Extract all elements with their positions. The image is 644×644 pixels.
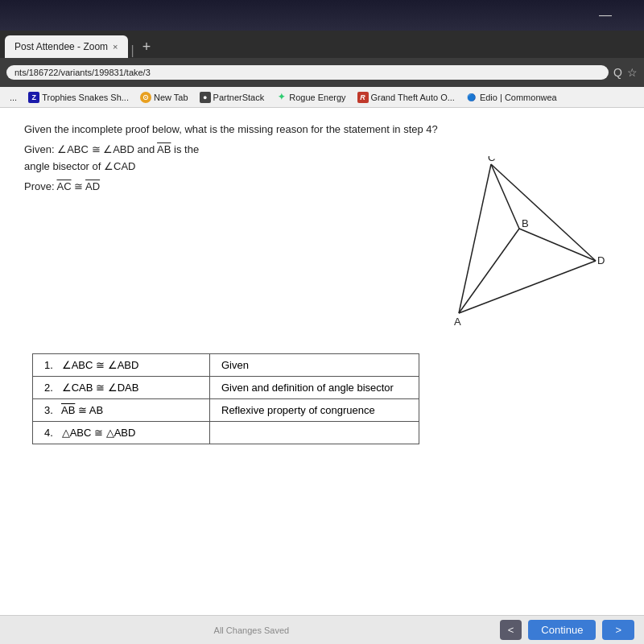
bookmark-ellipsis[interactable]: ... xyxy=(5,91,22,104)
label-A: A xyxy=(454,316,461,328)
bookmark-new-icon: ⊙ xyxy=(140,92,151,103)
svg-line-1 xyxy=(459,261,596,313)
proof-table: 1. ∠ABC ≅ ∠ABD Given 2. ∠CAB ≅ ∠DAB Give… xyxy=(32,353,419,444)
question-header: Given the incomplete proof below, what i… xyxy=(24,122,620,137)
table-row: 1. ∠ABC ≅ ∠ABD Given xyxy=(33,353,419,376)
bookmark-edio-icon: 🔵 xyxy=(466,92,477,103)
bookmark-edio[interactable]: 🔵 Edio | Commonwea xyxy=(461,90,562,105)
bookmarks-bar: ... Z Trophies Snakes Sh... ⊙ New Tab ● … xyxy=(0,87,644,108)
bookmark-re-label: Rogue Energy xyxy=(289,93,345,102)
step-4-reason xyxy=(210,421,419,444)
label-C: C xyxy=(488,156,495,163)
bookmark-gta-label: Grand Theft Auto O... xyxy=(371,93,455,102)
table-row: 3. AB ≅ AB Reflexive property of congrue… xyxy=(33,398,419,421)
bookmark-partnerstack[interactable]: ● PartnerStack xyxy=(195,90,270,105)
monitor-top-bar: — xyxy=(0,0,644,31)
bookmark-re-icon: ✦ xyxy=(275,92,287,103)
step-4-statement: 4. △ABC ≅ △ABD xyxy=(33,421,210,444)
bookmark-newtab-label: New Tab xyxy=(154,93,188,102)
svg-line-5 xyxy=(519,229,596,261)
bookmark-newtab[interactable]: ⊙ New Tab xyxy=(135,90,193,105)
triangle-diagram: C B D A xyxy=(386,156,612,333)
active-tab[interactable]: Post Attendee - Zoom × xyxy=(5,35,128,58)
bookmark-gta-icon: R xyxy=(357,92,369,103)
given-line2: angle bisector of ∠CAD xyxy=(24,160,135,172)
minimize-icon[interactable]: — xyxy=(599,8,612,23)
bookmark-rogue-energy[interactable]: ✦ Rogue Energy xyxy=(270,90,350,105)
tab-bar: Post Attendee - Zoom × | + xyxy=(0,31,644,58)
given-line1: Given: ∠ABC ≅ ∠ABD and AB is the xyxy=(24,143,199,155)
new-tab-btn[interactable]: + xyxy=(142,39,151,58)
tab-title: Post Attendee - Zoom xyxy=(14,41,108,52)
step-3-reason: Reflexive property of congruence xyxy=(210,398,419,421)
svg-line-4 xyxy=(491,164,519,229)
continue-button[interactable]: Continue xyxy=(528,620,596,640)
bookmark-ps-label: PartnerStack xyxy=(213,93,265,102)
tab-close-btn[interactable]: × xyxy=(113,42,118,52)
bookmark-gta[interactable]: R Grand Theft Auto O... xyxy=(353,90,460,105)
triangle-svg: C B D A xyxy=(386,156,612,333)
bookmark-trophies[interactable]: Z Trophies Snakes Sh... xyxy=(23,90,134,105)
bookmark-star-icon[interactable]: ☆ xyxy=(627,66,638,79)
table-row: 4. △ABC ≅ △ABD xyxy=(33,421,419,444)
step-2-reason: Given and definition of angle bisector xyxy=(210,376,419,398)
page-content: Given the incomplete proof below, what i… xyxy=(0,108,644,644)
bookmark-edio-label: Edio | Commonwea xyxy=(480,93,557,102)
step-3-statement: 3. AB ≅ AB xyxy=(33,398,210,421)
bottom-bar: All Changes Saved < Continue > xyxy=(0,615,644,644)
step-1-statement: 1. ∠ABC ≅ ∠ABD xyxy=(33,353,210,376)
address-input[interactable] xyxy=(6,65,609,80)
bookmark-trophies-label: Trophies Snakes Sh... xyxy=(42,93,129,102)
label-B: B xyxy=(522,217,529,229)
label-D: D xyxy=(597,254,605,266)
table-row: 2. ∠CAB ≅ ∠DAB Given and definition of a… xyxy=(33,376,419,398)
bookmark-z-icon: Z xyxy=(28,92,39,103)
saved-text: All Changes Saved xyxy=(214,625,290,635)
step-2-statement: 2. ∠CAB ≅ ∠DAB xyxy=(33,376,210,398)
back-button[interactable]: < xyxy=(500,620,522,640)
next-button[interactable]: > xyxy=(602,620,634,640)
tab-divider: | xyxy=(131,43,134,58)
search-icon[interactable]: Q xyxy=(613,66,622,79)
step-1-reason: Given xyxy=(210,353,419,376)
bookmark-ps-icon: ● xyxy=(200,92,211,103)
proof-table-container: 1. ∠ABC ≅ ∠ABD Given 2. ∠CAB ≅ ∠DAB Give… xyxy=(32,353,620,444)
address-bar: Q ☆ xyxy=(0,58,644,87)
